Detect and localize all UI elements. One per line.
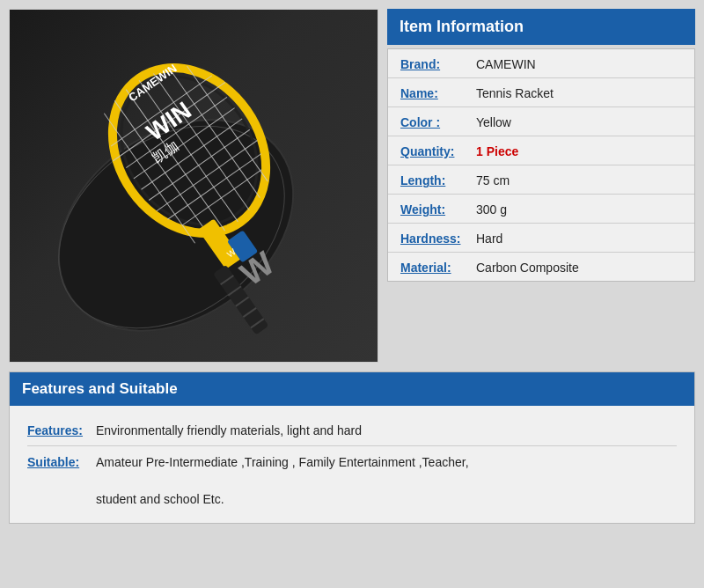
info-row-value: CAMEWIN	[476, 57, 536, 71]
feature-label: Suitable:	[27, 455, 91, 469]
info-row-label: Weight:	[400, 202, 471, 217]
info-row-value: 1 Piece	[476, 144, 518, 158]
info-panel: Item Information Brand:CAMEWINName:Tenni…	[387, 9, 695, 363]
features-title-bar: Features and Suitable	[10, 372, 694, 406]
info-row-value: 300 g	[476, 202, 507, 217]
info-row-label: Quantity:	[400, 144, 471, 158]
info-row-value: Yellow	[476, 115, 511, 129]
info-row: Color :Yellow	[388, 107, 694, 136]
feature-label: Features:	[27, 423, 91, 437]
info-row-label: Hardness:	[400, 232, 471, 246]
info-title: Item Information	[400, 18, 524, 35]
info-table: Brand:CAMEWINName:Tennis RacketColor :Ye…	[387, 48, 695, 282]
info-row: Quantity:1 Piece	[388, 136, 694, 165]
info-title-bar: Item Information	[387, 9, 695, 45]
features-section: Features and Suitable Features:Environme…	[9, 371, 695, 524]
info-row-value: Carbon Composite	[476, 261, 579, 275]
info-row-value: Tennis Racket	[476, 86, 554, 100]
info-row-label: Color :	[400, 115, 471, 129]
feature-row: Suitable:Amateur Pre-Intermediate ,Train…	[27, 446, 677, 514]
features-title: Features and Suitable	[22, 380, 178, 397]
feature-value: Amateur Pre-Intermediate ,Training , Fam…	[96, 453, 469, 509]
info-row: Material:Carbon Composite	[388, 253, 694, 281]
info-row-value: 75 cm	[476, 173, 510, 187]
product-image: W	[10, 10, 378, 362]
info-row-label: Brand:	[400, 57, 471, 71]
features-content: Features:Environmentally friendly materi…	[10, 406, 694, 523]
info-row-value: Hard	[476, 232, 502, 246]
info-row: Brand:CAMEWIN	[388, 49, 694, 78]
info-row: Weight:300 g	[388, 195, 694, 224]
feature-value: Environmentally friendly materials, ligh…	[96, 422, 362, 440]
info-row: Name:Tennis Racket	[388, 78, 694, 107]
info-row: Length:75 cm	[388, 165, 694, 195]
product-image-box: W	[9, 9, 378, 363]
top-section: W	[9, 9, 695, 363]
info-row-label: Length:	[400, 173, 471, 187]
product-svg: W	[26, 23, 361, 349]
feature-row: Features:Environmentally friendly materi…	[27, 415, 677, 446]
info-row: Hardness:Hard	[388, 224, 694, 253]
main-container: W	[0, 0, 704, 533]
info-row-label: Name:	[400, 86, 471, 100]
info-row-label: Material:	[400, 261, 471, 275]
